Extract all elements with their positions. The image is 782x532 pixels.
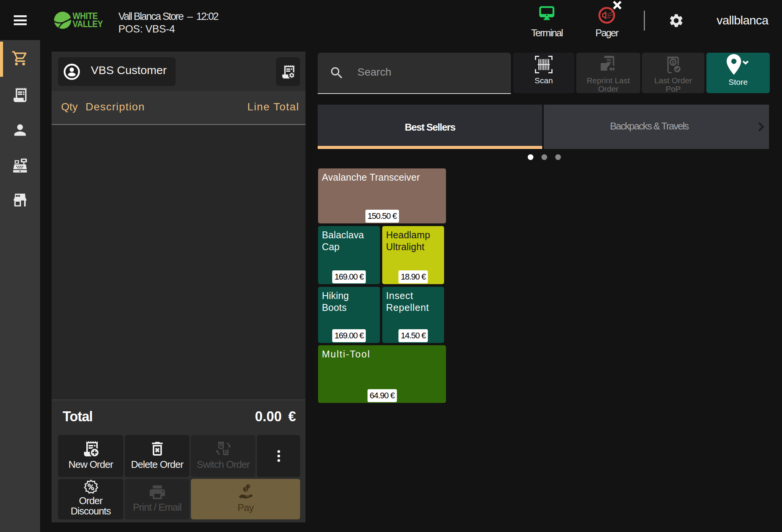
svg-text:$: $ (672, 60, 675, 65)
